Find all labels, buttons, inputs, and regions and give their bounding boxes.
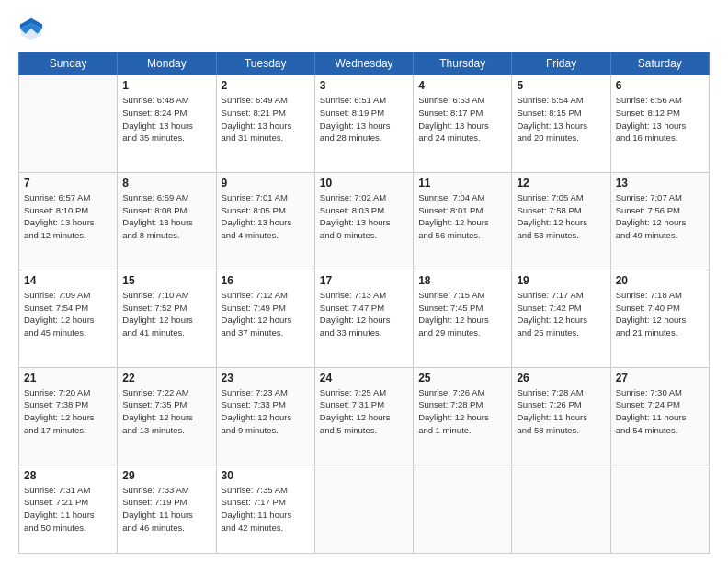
calendar-cell: 6Sunrise: 6:56 AM Sunset: 8:12 PM Daylig…	[610, 75, 709, 173]
day-info: Sunrise: 7:33 AM Sunset: 7:19 PM Dayligh…	[122, 484, 210, 534]
day-number: 25	[418, 372, 506, 385]
day-info: Sunrise: 6:53 AM Sunset: 8:17 PM Dayligh…	[418, 94, 506, 144]
calendar-cell: 1Sunrise: 6:48 AM Sunset: 8:24 PM Daylig…	[118, 75, 216, 173]
weekday-header-friday: Friday	[512, 52, 610, 75]
day-number: 16	[222, 274, 310, 287]
calendar-cell: 2Sunrise: 6:49 AM Sunset: 8:21 PM Daylig…	[216, 75, 314, 173]
weekday-header-tuesday: Tuesday	[216, 52, 314, 75]
day-info: Sunrise: 6:56 AM Sunset: 8:12 PM Dayligh…	[616, 94, 704, 144]
calendar-table: SundayMondayTuesdayWednesdayThursdayFrid…	[18, 52, 710, 554]
day-info: Sunrise: 7:26 AM Sunset: 7:28 PM Dayligh…	[418, 386, 506, 437]
day-info: Sunrise: 7:31 AM Sunset: 7:21 PM Dayligh…	[24, 484, 112, 534]
calendar-cell	[314, 465, 413, 553]
day-number: 6	[616, 79, 704, 92]
calendar-cell: 10Sunrise: 7:02 AM Sunset: 8:03 PM Dayli…	[314, 172, 413, 270]
calendar-cell	[512, 465, 610, 553]
calendar-cell	[414, 465, 512, 553]
day-info: Sunrise: 7:22 AM Sunset: 7:35 PM Dayligh…	[122, 386, 210, 437]
logo-icon	[18, 17, 44, 42]
week-row-3: 14Sunrise: 7:09 AM Sunset: 7:54 PM Dayli…	[19, 270, 710, 367]
day-info: Sunrise: 7:09 AM Sunset: 7:54 PM Dayligh…	[24, 289, 112, 339]
calendar-cell: 4Sunrise: 6:53 AM Sunset: 8:17 PM Daylig…	[414, 75, 512, 173]
calendar-cell: 17Sunrise: 7:13 AM Sunset: 7:47 PM Dayli…	[314, 270, 413, 367]
weekday-header-sunday: Sunday	[19, 52, 118, 75]
day-info: Sunrise: 6:57 AM Sunset: 8:10 PM Dayligh…	[24, 191, 112, 242]
calendar-cell	[19, 75, 118, 173]
calendar-cell: 24Sunrise: 7:25 AM Sunset: 7:31 PM Dayli…	[314, 367, 413, 465]
day-info: Sunrise: 7:17 AM Sunset: 7:42 PM Dayligh…	[517, 289, 605, 339]
day-number: 9	[222, 177, 310, 190]
week-row-4: 21Sunrise: 7:20 AM Sunset: 7:38 PM Dayli…	[19, 367, 710, 465]
day-number: 11	[418, 177, 506, 190]
weekday-header-saturday: Saturday	[610, 52, 709, 75]
calendar-cell: 8Sunrise: 6:59 AM Sunset: 8:08 PM Daylig…	[118, 172, 216, 270]
day-number: 10	[320, 177, 408, 190]
day-number: 27	[616, 372, 704, 385]
day-info: Sunrise: 7:07 AM Sunset: 7:56 PM Dayligh…	[616, 191, 704, 242]
day-number: 15	[122, 274, 210, 287]
logo	[18, 17, 48, 42]
day-number: 22	[122, 372, 210, 385]
calendar-cell: 21Sunrise: 7:20 AM Sunset: 7:38 PM Dayli…	[19, 367, 118, 465]
day-info: Sunrise: 6:54 AM Sunset: 8:15 PM Dayligh…	[517, 94, 605, 144]
day-info: Sunrise: 7:04 AM Sunset: 8:01 PM Dayligh…	[418, 191, 506, 242]
day-number: 5	[517, 79, 605, 92]
day-info: Sunrise: 6:59 AM Sunset: 8:08 PM Dayligh…	[122, 191, 210, 242]
calendar-cell: 27Sunrise: 7:30 AM Sunset: 7:24 PM Dayli…	[610, 367, 709, 465]
calendar-cell: 20Sunrise: 7:18 AM Sunset: 7:40 PM Dayli…	[610, 270, 709, 367]
day-number: 2	[222, 79, 310, 92]
day-number: 14	[24, 274, 112, 287]
day-number: 29	[122, 469, 210, 482]
calendar-cell: 25Sunrise: 7:26 AM Sunset: 7:28 PM Dayli…	[414, 367, 512, 465]
calendar-cell: 12Sunrise: 7:05 AM Sunset: 7:58 PM Dayli…	[512, 172, 610, 270]
day-info: Sunrise: 7:25 AM Sunset: 7:31 PM Dayligh…	[320, 386, 408, 437]
calendar-cell: 23Sunrise: 7:23 AM Sunset: 7:33 PM Dayli…	[216, 367, 314, 465]
day-number: 28	[24, 469, 112, 482]
calendar-cell: 16Sunrise: 7:12 AM Sunset: 7:49 PM Dayli…	[216, 270, 314, 367]
day-number: 23	[222, 372, 310, 385]
day-number: 3	[320, 79, 408, 92]
day-number: 20	[616, 274, 704, 287]
weekday-header-wednesday: Wednesday	[314, 52, 413, 75]
day-number: 1	[122, 79, 210, 92]
day-info: Sunrise: 7:35 AM Sunset: 7:17 PM Dayligh…	[222, 484, 310, 534]
calendar-cell: 28Sunrise: 7:31 AM Sunset: 7:21 PM Dayli…	[19, 465, 118, 553]
day-info: Sunrise: 6:51 AM Sunset: 8:19 PM Dayligh…	[320, 94, 408, 144]
day-info: Sunrise: 7:30 AM Sunset: 7:24 PM Dayligh…	[616, 386, 704, 437]
day-number: 8	[122, 177, 210, 190]
week-row-2: 7Sunrise: 6:57 AM Sunset: 8:10 PM Daylig…	[19, 172, 710, 270]
day-info: Sunrise: 7:01 AM Sunset: 8:05 PM Dayligh…	[222, 191, 310, 242]
calendar-cell: 18Sunrise: 7:15 AM Sunset: 7:45 PM Dayli…	[414, 270, 512, 367]
calendar-cell: 13Sunrise: 7:07 AM Sunset: 7:56 PM Dayli…	[610, 172, 709, 270]
day-info: Sunrise: 7:05 AM Sunset: 7:58 PM Dayligh…	[517, 191, 605, 242]
header	[18, 17, 710, 42]
day-info: Sunrise: 7:18 AM Sunset: 7:40 PM Dayligh…	[616, 289, 704, 339]
calendar-cell: 5Sunrise: 6:54 AM Sunset: 8:15 PM Daylig…	[512, 75, 610, 173]
day-info: Sunrise: 6:49 AM Sunset: 8:21 PM Dayligh…	[222, 94, 310, 144]
day-number: 12	[517, 177, 605, 190]
week-row-1: 1Sunrise: 6:48 AM Sunset: 8:24 PM Daylig…	[19, 75, 710, 173]
day-number: 21	[24, 372, 112, 385]
calendar-cell: 3Sunrise: 6:51 AM Sunset: 8:19 PM Daylig…	[314, 75, 413, 173]
calendar-cell: 15Sunrise: 7:10 AM Sunset: 7:52 PM Dayli…	[118, 270, 216, 367]
day-info: Sunrise: 7:10 AM Sunset: 7:52 PM Dayligh…	[122, 289, 210, 339]
day-info: Sunrise: 7:12 AM Sunset: 7:49 PM Dayligh…	[222, 289, 310, 339]
calendar-cell: 14Sunrise: 7:09 AM Sunset: 7:54 PM Dayli…	[19, 270, 118, 367]
calendar-cell: 29Sunrise: 7:33 AM Sunset: 7:19 PM Dayli…	[118, 465, 216, 553]
calendar-cell: 19Sunrise: 7:17 AM Sunset: 7:42 PM Dayli…	[512, 270, 610, 367]
calendar-cell: 7Sunrise: 6:57 AM Sunset: 8:10 PM Daylig…	[19, 172, 118, 270]
day-number: 7	[24, 177, 112, 190]
day-number: 24	[320, 372, 408, 385]
day-number: 17	[320, 274, 408, 287]
week-row-5: 28Sunrise: 7:31 AM Sunset: 7:21 PM Dayli…	[19, 465, 710, 553]
weekday-header-thursday: Thursday	[414, 52, 512, 75]
day-info: Sunrise: 7:28 AM Sunset: 7:26 PM Dayligh…	[517, 386, 605, 437]
day-number: 13	[616, 177, 704, 190]
weekday-header-row: SundayMondayTuesdayWednesdayThursdayFrid…	[19, 52, 710, 75]
day-number: 4	[418, 79, 506, 92]
day-info: Sunrise: 7:13 AM Sunset: 7:47 PM Dayligh…	[320, 289, 408, 339]
calendar-cell: 9Sunrise: 7:01 AM Sunset: 8:05 PM Daylig…	[216, 172, 314, 270]
calendar-cell: 22Sunrise: 7:22 AM Sunset: 7:35 PM Dayli…	[118, 367, 216, 465]
calendar-cell	[610, 465, 709, 553]
day-info: Sunrise: 7:15 AM Sunset: 7:45 PM Dayligh…	[418, 289, 506, 339]
